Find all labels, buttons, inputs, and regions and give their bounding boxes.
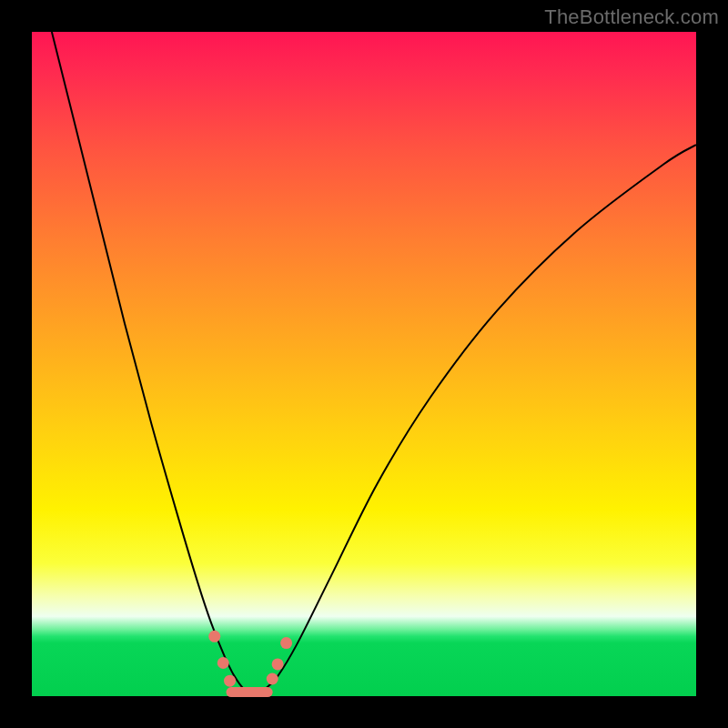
chart-svg [32,32,696,696]
valley-markers [208,631,292,693]
bottleneck-curve [52,32,696,693]
svg-point-2 [224,675,236,687]
svg-point-0 [208,631,220,642]
chart-frame: TheBottleneck.com [0,0,728,728]
svg-point-1 [217,657,229,669]
watermark-text: TheBottleneck.com [544,5,719,29]
svg-point-4 [272,658,284,670]
svg-point-5 [280,637,292,649]
svg-point-3 [267,673,278,685]
